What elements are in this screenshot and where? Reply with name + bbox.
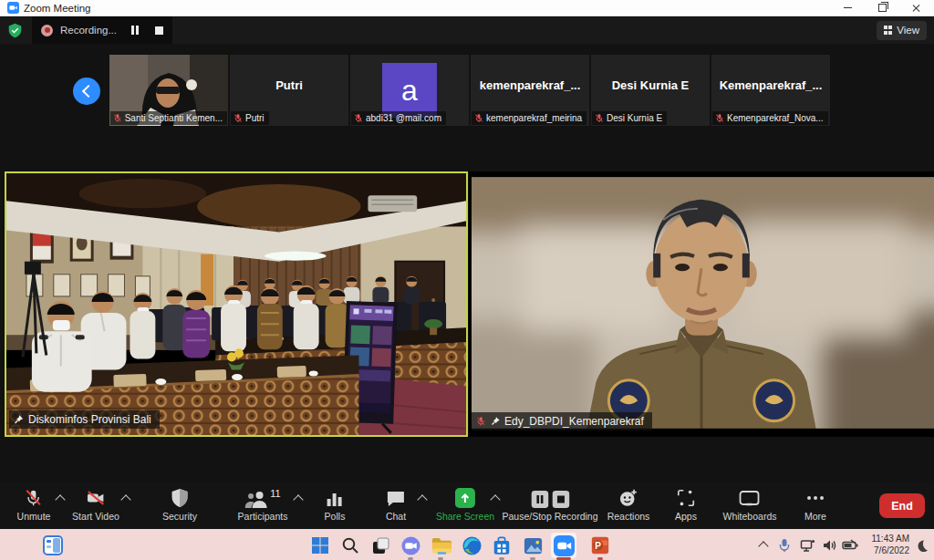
start-button[interactable]: [307, 533, 333, 558]
taskbar-clock[interactable]: 11:43 AM 7/6/2022: [871, 533, 909, 556]
file-explorer-button[interactable]: [428, 533, 453, 558]
grid-view-icon: [884, 26, 892, 34]
pause-icon: [131, 26, 134, 35]
scroll-left-button[interactable]: [73, 78, 100, 105]
participant-display-name: kemenparekraf_...: [471, 78, 589, 92]
svg-text:P: P: [595, 541, 601, 551]
recording-stop-button[interactable]: [155, 26, 163, 35]
view-label: View: [897, 25, 919, 36]
tray-display-button[interactable]: [797, 533, 817, 558]
recording-pause-button[interactable]: [130, 24, 140, 36]
participant-name-label: abdi31 @mail.com: [351, 111, 446, 125]
moon-icon: [916, 539, 929, 553]
tray-mic-button[interactable]: [775, 533, 794, 558]
close-button[interactable]: [899, 0, 934, 16]
edge-button[interactable]: [459, 533, 484, 558]
whiteboards-button[interactable]: Whiteboards: [723, 486, 777, 522]
minimize-button[interactable]: [830, 0, 865, 16]
muted-mic-icon: [474, 113, 483, 123]
chat-options-chevron[interactable]: [417, 494, 427, 504]
participant-name-label: kemenparekraf_meirina: [472, 111, 586, 125]
participants-count-badge: 11: [270, 488, 280, 499]
tray-volume-icon: [822, 538, 837, 553]
task-view-icon: [371, 536, 390, 555]
teams-chat-icon: [400, 535, 421, 556]
app-running-indicator: [597, 557, 603, 560]
microsoft-store-button[interactable]: [489, 533, 514, 558]
app-running-indicator: [408, 557, 413, 560]
muted-mic-icon: [595, 113, 604, 123]
participants-icon: [244, 490, 268, 508]
windows-taskbar: P 11:43 AM 7/6/2022: [0, 529, 934, 560]
tray-focus-assist-button[interactable]: [914, 533, 930, 558]
window-title: Zoom Meeting: [24, 3, 91, 14]
zoom-taskbar-button[interactable]: [551, 533, 576, 558]
participants-options-chevron[interactable]: [293, 494, 303, 504]
more-button[interactable]: More: [804, 486, 826, 522]
active-app-indicator: [556, 557, 571, 560]
camera-muted-icon: [85, 486, 107, 508]
recording-indicator: Recording...: [32, 16, 172, 44]
participant-thumbnail[interactable]: Putri Putri: [230, 55, 348, 126]
search-icon: [341, 536, 359, 555]
share-screen-button[interactable]: Share Screen: [436, 486, 494, 522]
muted-mic-icon: [715, 113, 724, 123]
file-explorer-icon: [431, 535, 451, 556]
participant-display-name: Desi Kurnia E: [591, 78, 710, 92]
tray-volume-button[interactable]: [819, 533, 839, 558]
window-titlebar: Zoom Meeting: [0, 0, 934, 16]
meeting-topbar: Recording... View: [0, 16, 934, 44]
video-options-chevron[interactable]: [120, 494, 130, 504]
participant-thumbnail[interactable]: a abdi31 @mail.com: [350, 55, 469, 126]
security-button[interactable]: Security: [162, 486, 197, 522]
zoom-app-icon: [554, 535, 575, 556]
avatar: a: [382, 63, 437, 118]
tray-date: 7/6/2022: [871, 544, 909, 556]
tray-hidden-icons-chevron[interactable]: [758, 541, 768, 551]
taskbar-search-button[interactable]: [337, 533, 363, 558]
main-video-conference-room[interactable]: Diskominfos Provinsi Bali: [5, 171, 468, 437]
pin-icon: [491, 416, 501, 426]
pause-recording-icon: [531, 491, 548, 508]
participant-thumbnail[interactable]: Kemenparekraf_... Kemenparekraf_Nova...: [711, 55, 830, 126]
main-video-speaker[interactable]: Edy_DBPDI_Kemenparekraf: [469, 171, 934, 437]
participant-thumbnail[interactable]: Santi Septianti Kemen...: [109, 55, 228, 126]
recording-dot-icon: [41, 25, 53, 36]
participant-thumbnail[interactable]: kemenparekraf_... kemenparekraf_meirina: [471, 55, 589, 126]
window-controls: [830, 0, 934, 16]
photos-button[interactable]: [520, 533, 545, 558]
unmute-button[interactable]: Unmute: [17, 486, 51, 522]
whiteboard-icon: [739, 486, 761, 508]
powerpoint-button[interactable]: P: [587, 533, 613, 558]
reactions-button[interactable]: Reactions: [607, 486, 650, 522]
polls-button[interactable]: Polls: [325, 486, 346, 522]
apps-button[interactable]: Apps: [675, 486, 697, 522]
polls-icon: [326, 486, 344, 508]
participant-filmstrip: Santi Septianti Kemen... Putri Putri a a…: [109, 55, 830, 126]
apps-icon: [676, 486, 696, 508]
task-view-button[interactable]: [368, 533, 393, 558]
speaker-video-scene: [469, 171, 934, 437]
tray-time: 11:43 AM: [871, 533, 909, 544]
encryption-shield-icon[interactable]: [7, 23, 23, 38]
restore-button[interactable]: [865, 0, 899, 16]
view-button[interactable]: View: [877, 21, 927, 40]
chat-button[interactable]: Chat: [386, 486, 406, 522]
taskbar-widgets-button[interactable]: [40, 533, 66, 558]
participant-thumbnail[interactable]: Desi Kurnia E Desi Kurnia E: [591, 55, 710, 126]
mic-muted-icon: [24, 486, 44, 508]
pause-stop-recording-button[interactable]: Pause/Stop Recording: [502, 486, 597, 522]
tray-mic-icon: [778, 538, 791, 553]
start-video-button[interactable]: Start Video: [72, 486, 119, 522]
meeting-toolbar: Unmute Start Video Security 11 Participa…: [0, 482, 934, 529]
shield-icon: [171, 486, 189, 508]
end-meeting-button[interactable]: End: [879, 493, 925, 518]
tray-battery-button[interactable]: [840, 533, 860, 558]
participant-name-label: Putri: [231, 111, 269, 125]
app-running-indicator: [499, 557, 504, 560]
pause-icon: [136, 26, 139, 35]
zoom-app-icon: [7, 2, 19, 14]
teams-chat-button[interactable]: [398, 533, 423, 558]
unmute-options-chevron[interactable]: [55, 494, 65, 504]
participants-button[interactable]: 11 Participants: [238, 486, 288, 522]
